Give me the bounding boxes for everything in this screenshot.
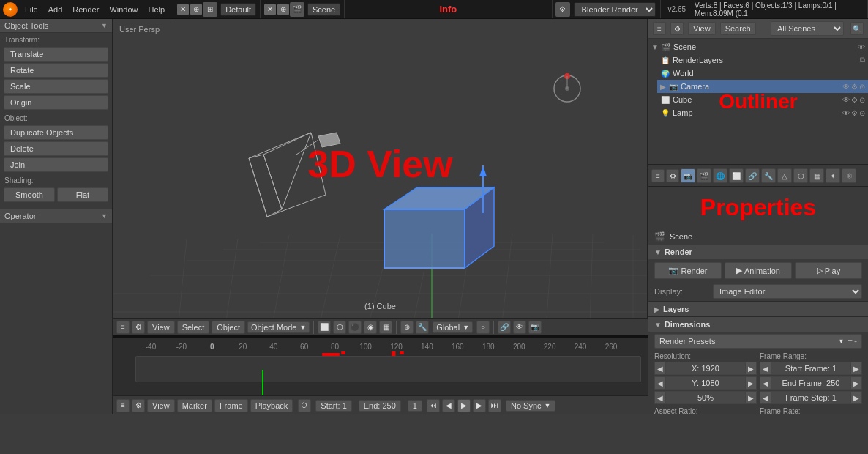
tl-next-frame[interactable]: ▶ [473,399,486,412]
prop-render-icon[interactable]: 📷 [681,168,695,183]
render-section-header[interactable]: ▼ Render [648,245,868,259]
scene-name[interactable]: Scene [307,3,340,16]
render-play-btn[interactable]: ▷ Play [795,262,862,279]
display-select[interactable]: Image Editor [713,284,862,299]
prop-material-icon[interactable]: ⬡ [793,168,808,183]
join-btn[interactable]: Join [4,157,108,172]
rotate-btn[interactable]: Rotate [4,63,108,78]
end-left[interactable]: ◀ [760,376,771,390]
render-presets-plus[interactable]: + [848,336,853,346]
scene-plus-btn[interactable]: ⊕ [277,4,289,15]
overlay-icon[interactable]: 👁 [513,321,526,334]
tl-settings-icon[interactable]: ⚙ [132,399,145,412]
translate-btn[interactable]: Translate [4,47,108,62]
menu-file[interactable]: File [20,4,43,15]
timeline-bar[interactable] [135,356,641,382]
snap-icon[interactable]: 🔧 [416,321,429,334]
menu-help[interactable]: Help [143,4,171,15]
3d-viewport[interactable]: X Y Z User Persp 3D View (1) Cube [113,19,648,318]
viewport-wireframe-icon[interactable]: ⬡ [333,321,346,334]
dimensions-section-header[interactable]: ▼ Dimensions [648,317,868,332]
outliner-search-icon[interactable]: 🔍 [850,22,864,35]
end-right[interactable]: ▶ [850,376,862,390]
start-left[interactable]: ◀ [760,362,771,375]
prop-settings-icon[interactable]: ⚙ [666,169,679,182]
res-y-right[interactable]: ▶ [745,376,757,390]
tl-start-field[interactable]: Start: 1 [315,400,351,412]
camera-render-icon[interactable]: ⚙ [851,83,858,91]
camera-icon[interactable]: 📷 [528,321,542,334]
lamp-vis-icon[interactable]: 👁 [842,109,850,117]
tl-clock-icon[interactable]: ⏱ [298,399,311,412]
outliner-menu-icon[interactable]: ≡ [653,22,666,35]
delete-btn[interactable]: Delete [4,141,108,156]
screen-preset[interactable]: Default [220,3,256,16]
vp-menu-icon[interactable]: ≡ [116,321,130,334]
prop-scene-btn-icon[interactable]: 🎬 [697,168,711,183]
origin-btn[interactable]: Origin [4,95,108,110]
start-right[interactable]: ▶ [850,362,862,375]
tl-playback-btn[interactable]: Playback [250,399,293,412]
prop-object-icon[interactable]: ⬜ [729,168,744,183]
res-x-value[interactable]: X: 1920 [666,362,745,375]
tree-cube[interactable]: ⬜ Cube 👁 ⚙ ⊙ [657,93,868,106]
screen-plus-btn[interactable]: ⊕ [190,4,202,15]
cube-sel-icon[interactable]: ⊙ [859,96,865,104]
prop-data-icon[interactable]: △ [777,168,792,183]
res-y-value[interactable]: Y: 1080 [666,376,745,390]
frame-step-value[interactable]: Frame Step: 1 [771,391,850,404]
render-presets-select[interactable]: Render Presets ▼ + - [654,334,862,349]
tl-next-keyframe[interactable]: ⏭ [488,399,501,412]
outliner-search-btn[interactable]: Search [720,22,756,35]
cube-vis-icon[interactable]: 👁 [842,96,850,104]
snap-toggle[interactable]: 🔗 [498,321,511,334]
outliner-settings-icon[interactable]: ⚙ [670,22,684,35]
render-render-btn[interactable]: 📷 Render [654,262,722,279]
proportional-icon[interactable]: ○ [476,321,490,334]
camera-vis-icon[interactable]: 👁 [842,83,850,91]
res-pct-right[interactable]: ▶ [745,391,757,404]
object-mode-select[interactable]: Object Mode ▼ [247,321,310,333]
tl-nosync-field[interactable]: No Sync ▼ [506,400,556,412]
vp-view-btn[interactable]: View [147,321,175,334]
duplicate-objects-btn[interactable]: Duplicate Objects [4,125,108,140]
flat-btn[interactable]: Flat [57,187,108,202]
screen-minus-btn[interactable]: ✕ [177,4,189,15]
scene-minus-btn[interactable]: ✕ [264,4,276,15]
res-x-right[interactable]: ▶ [745,362,757,375]
prop-physics-icon[interactable]: ⚛ [842,168,856,183]
end-frame-value[interactable]: End Frame: 250 [771,376,850,390]
step-right[interactable]: ▶ [850,391,862,404]
pivot-icon[interactable]: ⊕ [400,321,414,334]
start-frame-value[interactable]: Start Frame: 1 [771,362,850,375]
res-x-left[interactable]: ◀ [654,362,666,375]
tl-marker-btn[interactable]: Marker [177,399,212,412]
cube-render-icon[interactable]: ⚙ [851,96,858,104]
global-select[interactable]: Global ▼ [433,321,473,333]
tl-end-field[interactable]: End: 250 [359,400,401,412]
menu-window[interactable]: Window [104,4,143,15]
layers-section-header[interactable]: ▶ Layers [648,302,868,316]
res-pct-value[interactable]: 50% [666,391,745,404]
step-left[interactable]: ◀ [760,391,771,404]
outliner-view-btn[interactable]: View [688,22,716,35]
prop-constraints-icon[interactable]: 🔗 [745,168,760,183]
menu-add[interactable]: Add [43,4,68,15]
tree-lamp[interactable]: 💡 Lamp 👁 ⚙ ⊙ [657,106,868,119]
tl-play-btn[interactable]: ▶ [457,399,471,412]
tree-renderlayers[interactable]: 📋 RenderLayers ⧉ [657,53,868,67]
tl-menu-icon[interactable]: ≡ [116,399,130,412]
prop-particles-icon[interactable]: ✦ [826,168,840,183]
render-presets-minus[interactable]: - [854,336,857,346]
scene-eye-icon[interactable]: 👁 [858,43,865,51]
menu-render[interactable]: Render [67,4,104,15]
viewport-rendered-icon[interactable]: ◉ [364,321,377,334]
viewport-solid-icon[interactable]: ⚫ [348,321,362,334]
prop-modifier-icon[interactable]: 🔧 [761,168,776,183]
tl-view-btn[interactable]: View [147,399,175,412]
tl-prev-frame[interactable]: ◀ [442,399,455,412]
vp-select-btn[interactable]: Select [177,321,210,334]
lamp-sel-icon[interactable]: ⊙ [859,109,865,117]
render-animation-btn[interactable]: ▶ Animation [725,262,792,279]
tl-frame-btn[interactable]: Frame [214,399,248,412]
